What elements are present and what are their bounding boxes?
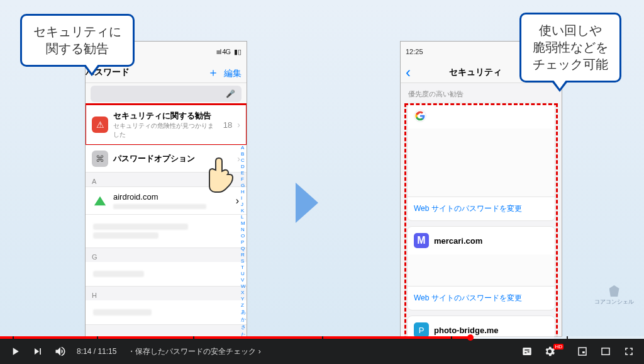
site-name: photo-bridge.me	[434, 326, 499, 335]
nav-actions: ＋ 編集	[208, 65, 242, 80]
tutorial-slide: セキュリティに 関する勧告 使い回しや 脆弱性などを チェック可能 ıııl 4…	[0, 0, 644, 339]
search-wrap: 🎤	[86, 83, 247, 105]
chevron-right-icon: ›	[237, 120, 240, 130]
chevron-right-icon: ›	[258, 347, 261, 356]
pointing-hand-icon	[206, 154, 235, 198]
change-password-link[interactable]: Web サイトのパスワードを変更	[408, 196, 555, 220]
search-input[interactable]: 🎤	[91, 86, 242, 102]
callout-tail	[551, 81, 569, 92]
brand-watermark: コアコンシェル	[594, 285, 634, 306]
change-password-link[interactable]: Web サイトのパスワードを変更	[408, 286, 555, 310]
miniplayer-button[interactable]	[576, 346, 589, 357]
site-icon: P	[414, 322, 429, 337]
video-player-controls: 8:14 / 11:15 ・保存したパスワードの安全チェック › HD	[0, 339, 644, 364]
play-button[interactable]	[9, 345, 21, 358]
settings-icon: ⌘	[92, 151, 108, 167]
section-header: H	[86, 287, 247, 300]
mic-icon[interactable]: 🎤	[226, 89, 235, 98]
blurred-username	[113, 204, 206, 209]
phone-security-detail: 12:25 ııl ▮ ‹ セキュリティ 優先度の高い勧告 Web サイトのパス…	[400, 41, 562, 337]
callout-right: 使い回しや 脆弱性などを チェック可能	[519, 13, 621, 82]
arrow-right-icon	[296, 183, 318, 223]
subtitles-button[interactable]	[521, 346, 533, 357]
callout-text: 使い回しや	[533, 22, 608, 39]
recommendation-card-photobridge[interactable]: P photo-bridge.me	[407, 316, 555, 337]
blurred-item[interactable]	[86, 262, 247, 287]
section-header: G	[86, 248, 247, 262]
nav-title: パスワード	[86, 67, 208, 78]
site-favicon	[93, 194, 107, 208]
callout-text: セキュリティに	[33, 23, 121, 40]
chapter-title[interactable]: ・保存したパスワードの安全チェック ›	[128, 346, 260, 357]
brand-name: コアコンシェル	[594, 298, 634, 306]
section-header: 優先度の高い勧告	[401, 83, 562, 101]
card-body-blurred	[408, 128, 555, 196]
battery-icon: ▮▯	[234, 48, 242, 56]
callout-text: 脆弱性などを	[533, 39, 608, 56]
add-button[interactable]: ＋	[208, 66, 219, 79]
next-button[interactable]	[31, 345, 44, 358]
chevron-right-icon: ›	[237, 154, 240, 164]
site-name: mercari.com	[434, 236, 482, 246]
brand-logo-icon	[609, 285, 619, 297]
shield-alert-icon: ⚠	[92, 117, 108, 133]
hd-badge: HD	[553, 344, 564, 350]
callout-tail	[83, 65, 101, 76]
edit-button[interactable]: 編集	[224, 68, 242, 78]
progress-scrubber[interactable]	[467, 334, 474, 341]
card-body-blurred	[408, 254, 555, 286]
alpha-index[interactable]: ABCDEFGHIJKLMNOPQRSTUVWXYZあかさたなはまやら	[241, 145, 246, 337]
security-recommendations-row[interactable]: ⚠ セキュリティに関する勧告 セキュリティの危険性が見つかりました 18 ›	[86, 105, 247, 145]
row-count: 18	[223, 120, 232, 130]
clock: 12:25	[406, 48, 423, 55]
recommendation-card-google[interactable]: Web サイトのパスワードを変更	[407, 103, 555, 221]
blurred-item[interactable]	[86, 300, 247, 325]
chevron-right-icon: ›	[236, 195, 239, 207]
signal-indicator: ıııl 4G	[216, 48, 230, 55]
callout-text: 関する勧告	[33, 40, 121, 57]
row-subtitle: セキュリティの危険性が見つかりました	[113, 122, 218, 139]
recommendation-card-mercari[interactable]: M mercari.com Web サイトのパスワードを変更	[407, 226, 555, 310]
callout-left: セキュリティに 関する勧告	[20, 14, 135, 67]
timecode: 8:14 / 11:15	[77, 347, 116, 356]
callout-text: チェック可能	[533, 56, 608, 73]
settings-button[interactable]: HD	[543, 345, 566, 358]
blurred-item[interactable]	[86, 215, 247, 248]
row-title: セキュリティに関する勧告	[113, 110, 218, 122]
theater-button[interactable]	[599, 346, 613, 357]
mercari-icon: M	[414, 233, 429, 248]
google-icon	[414, 110, 426, 122]
fullscreen-button[interactable]	[623, 345, 635, 358]
volume-button[interactable]	[54, 345, 67, 358]
